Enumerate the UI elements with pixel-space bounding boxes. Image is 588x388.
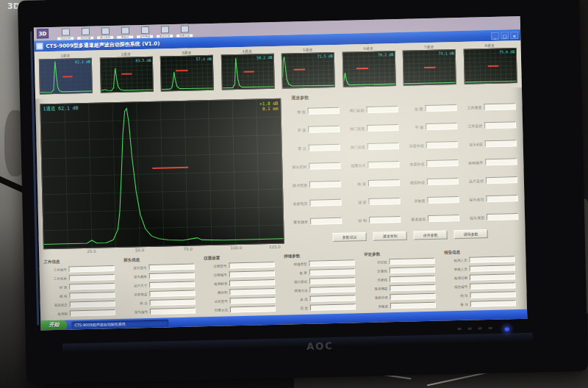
channel-panel-5[interactable]: 5通道71.5 dB	[282, 47, 335, 89]
param-input[interactable]	[309, 181, 341, 188]
form-input[interactable]	[149, 273, 195, 279]
monitor-button[interactable]	[458, 328, 462, 330]
form-input[interactable]	[309, 259, 354, 266]
param-input[interactable]	[426, 159, 458, 167]
channel-panel-1[interactable]: 1通道62.1 dB	[39, 53, 93, 95]
param-input[interactable]	[485, 140, 517, 147]
form-input[interactable]	[310, 303, 356, 310]
param-input[interactable]	[427, 196, 459, 204]
channel-panel-8[interactable]: 8通道75.6 dB	[463, 43, 517, 85]
form-input[interactable]	[150, 298, 196, 305]
param-input[interactable]	[486, 176, 517, 184]
form-input[interactable]	[310, 295, 356, 301]
channel-scope[interactable]: 62.1 dB	[39, 58, 93, 95]
form-input[interactable]	[389, 258, 434, 265]
desktop-icon[interactable]: 网上邻居	[96, 27, 114, 40]
param-input[interactable]	[309, 199, 341, 206]
param-input[interactable]	[426, 123, 457, 130]
form-input[interactable]	[229, 279, 275, 286]
start-button[interactable]: 开始	[40, 320, 67, 331]
desktop-icon[interactable]: 数据管理	[156, 26, 173, 39]
param-input[interactable]	[486, 195, 517, 202]
desktop-icon[interactable]: 回收站	[116, 26, 134, 40]
param-input[interactable]	[484, 121, 516, 129]
channel-panel-6[interactable]: 6通道70.2 dB	[342, 46, 395, 87]
channel-scope[interactable]: 70.2 dB	[342, 51, 395, 87]
desktop-icon[interactable]: 报表工具	[176, 25, 193, 38]
close-button[interactable]: ×	[510, 32, 518, 39]
param-button[interactable]: 保存参数	[413, 230, 447, 240]
form-input[interactable]	[229, 262, 274, 268]
form-input[interactable]	[470, 282, 515, 289]
form-input[interactable]	[149, 281, 195, 287]
form-input[interactable]	[70, 309, 115, 316]
param-input[interactable]	[308, 126, 340, 133]
form-input[interactable]	[230, 306, 276, 312]
param-input[interactable]	[485, 158, 517, 165]
desktop-icon[interactable]: 探伤系统	[136, 26, 154, 40]
taskbar-app-button[interactable]: CTS-9009超声波自动探伤系统	[71, 319, 168, 328]
channel-scope[interactable]: 75.6 dB	[463, 48, 517, 85]
param-input[interactable]	[484, 103, 515, 110]
param-input[interactable]	[367, 124, 398, 132]
form-input[interactable]	[390, 276, 435, 282]
form-input[interactable]	[309, 286, 355, 292]
form-input[interactable]	[309, 277, 355, 284]
monitor-button[interactable]	[489, 327, 492, 329]
channel-panel-4[interactable]: 4通道58.2 dB	[220, 48, 274, 90]
form-input[interactable]	[149, 290, 195, 296]
channel-panel-2[interactable]: 2通道63.5 dB	[99, 51, 153, 93]
param-input[interactable]	[368, 198, 400, 205]
monitor-button[interactable]	[478, 327, 482, 329]
desktop-icon[interactable]: 我的电脑	[76, 28, 94, 41]
channel-panel-7[interactable]: 7通道74.1 dB	[403, 44, 456, 86]
param-input[interactable]	[487, 213, 518, 220]
channel-scope[interactable]: 74.1 dB	[403, 49, 456, 86]
channel-scope[interactable]: 63.5 dB	[99, 57, 153, 93]
form-input[interactable]	[148, 264, 194, 270]
form-input[interactable]	[390, 267, 435, 273]
form-input[interactable]	[470, 265, 515, 271]
form-input[interactable]	[68, 265, 114, 272]
param-input[interactable]	[308, 107, 340, 115]
channel-scope[interactable]: 57.4 dB	[160, 55, 214, 92]
form-input[interactable]	[69, 292, 115, 298]
desktop-icon[interactable]: 我的文档	[57, 28, 74, 41]
form-input[interactable]	[230, 297, 276, 303]
form-input[interactable]	[470, 300, 516, 306]
param-button[interactable]: 调用参数	[453, 229, 487, 239]
form-input[interactable]	[309, 268, 355, 275]
form-input[interactable]	[229, 270, 275, 277]
maximize-button[interactable]: □	[501, 32, 509, 39]
form-input[interactable]	[469, 256, 514, 262]
monitor-button[interactable]	[468, 328, 472, 330]
monitor-control-buttons[interactable]	[458, 327, 492, 330]
param-input[interactable]	[425, 104, 456, 112]
channel-scope[interactable]: 58.2 dB	[220, 54, 274, 90]
form-input[interactable]	[390, 302, 436, 309]
minimize-button[interactable]: _	[491, 32, 499, 39]
param-input[interactable]	[310, 218, 342, 225]
form-input[interactable]	[390, 293, 436, 300]
form-input[interactable]	[69, 274, 115, 281]
param-input[interactable]	[368, 143, 399, 150]
form-input[interactable]	[69, 283, 115, 290]
param-input[interactable]	[309, 162, 340, 170]
param-input[interactable]	[368, 179, 400, 187]
desktop-icon[interactable]: 3D	[37, 29, 54, 39]
param-input[interactable]	[426, 141, 458, 148]
form-input[interactable]	[390, 284, 435, 291]
form-input[interactable]	[470, 273, 515, 280]
param-input[interactable]	[368, 161, 399, 168]
param-input[interactable]	[369, 216, 401, 223]
param-input[interactable]	[366, 106, 398, 113]
param-input[interactable]	[427, 178, 459, 185]
form-input[interactable]	[470, 291, 515, 298]
param-input[interactable]	[309, 144, 340, 151]
form-input[interactable]	[150, 307, 196, 314]
param-input[interactable]	[428, 215, 459, 222]
param-button[interactable]: 通道复制	[373, 231, 407, 241]
channel-panel-3[interactable]: 3通道57.4 dB	[160, 50, 214, 92]
param-button[interactable]: 参数设定	[333, 232, 367, 242]
channel-scope[interactable]: 71.5 dB	[282, 52, 335, 89]
